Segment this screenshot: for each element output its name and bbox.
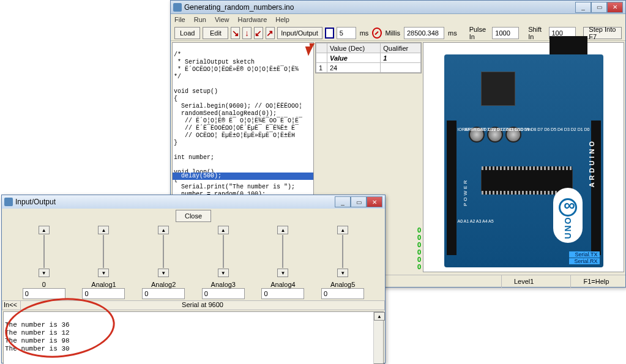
zero-label: 0 [417, 241, 421, 248]
analog-slider[interactable]: ▲ ▼ Analog3 [202, 226, 245, 299]
menu-run[interactable]: Run [194, 16, 206, 23]
slider-up-icon[interactable]: ▲ [98, 226, 109, 234]
serial-in-label: In<< [2, 301, 21, 310]
grid-header-qualifier: Qualifier [381, 43, 421, 53]
analog-slider[interactable]: ▲ ▼ Analog2 [142, 226, 185, 299]
scroll-up-icon[interactable]: ▲ [374, 312, 385, 321]
status-level: Level1 [501, 275, 546, 288]
maximize-button[interactable]: ▭ [591, 2, 607, 13]
analog-slider[interactable]: ▲ ▼ Analog4 [261, 226, 304, 299]
value-grid[interactable]: Value (Dec) Qualifier Value 1 1 24 [315, 42, 422, 73]
arrow-down-left-icon[interactable]: ↘ [231, 27, 240, 39]
slider-up-icon[interactable]: ▲ [218, 226, 229, 234]
zero-label: 0 [417, 256, 421, 263]
menu-view[interactable]: View [215, 16, 229, 23]
zero-label: 0 [417, 234, 421, 241]
slider-label: Analog4 [270, 281, 295, 288]
slider-label: Analog1 [91, 281, 116, 288]
serial-scrollbar[interactable]: ▲ ▼ [373, 312, 383, 364]
serial-output-text: The number is 36 The number is 12 The nu… [5, 321, 70, 352]
step-into-button[interactable]: Step Into F7 [583, 27, 622, 39]
slider-value-input[interactable] [142, 288, 185, 299]
zero-label: 0 [417, 248, 421, 256]
zero-label: 0 [417, 226, 421, 234]
io-app-icon [4, 198, 13, 206]
slider-down-icon[interactable]: ▼ [158, 269, 169, 277]
slider-up-icon[interactable]: ▲ [337, 226, 348, 234]
slider-up-icon[interactable]: ▲ [277, 226, 288, 234]
millis-input[interactable] [404, 27, 444, 39]
arduino-board-graphic: UNO ARDUINO POWER IOREF RESET 3.3V 5V GN… [444, 47, 603, 267]
slider-down-icon[interactable]: ▼ [277, 269, 288, 277]
slider-value-input[interactable] [202, 288, 245, 299]
grid-header-value: Value (Dec) [327, 43, 381, 53]
no-delay-icon[interactable] [372, 28, 381, 39]
slider-track[interactable] [282, 235, 283, 268]
slider-value-input[interactable] [261, 288, 304, 299]
serial-output[interactable]: The number is 36 The number is 12 The nu… [3, 311, 384, 364]
menu-file[interactable]: File [174, 16, 185, 23]
close-button[interactable]: ✕ [607, 2, 623, 13]
serial-header: In<< Serial at 9600 [2, 300, 385, 310]
arrow-up-right-icon[interactable]: ↗ [266, 27, 275, 39]
grid-row[interactable]: Value 1 [316, 53, 421, 63]
arduino-badge: UNO [553, 188, 583, 243]
digital-zeros: 0 0 0 0 0 0 [417, 226, 421, 270]
slider-value-input[interactable] [23, 288, 65, 299]
io-close-button[interactable]: ✕ [367, 196, 382, 207]
load-button[interactable]: Load [174, 27, 200, 39]
menu-bar: File Run View Hardware Help [171, 14, 625, 25]
pin-labels-analog: A0 A1 A2 A3 A4 A5 [458, 218, 494, 224]
io-titlebar[interactable]: Input/Output _ ▭ ✕ [2, 195, 385, 209]
slider-down-icon[interactable]: ▼ [39, 269, 50, 277]
slider-value-input[interactable] [82, 288, 125, 299]
io-window-title: Input/Output [15, 198, 332, 206]
slider-label: Analog5 [330, 281, 355, 288]
serial-rx-label: Serial.RX [569, 258, 600, 264]
arrow-down-icon[interactable]: ↓ [242, 27, 252, 39]
grid-rowidx: 1 [316, 63, 327, 73]
slider-track[interactable] [163, 235, 164, 268]
analog-slider[interactable]: ▲ ▼ 0 [23, 226, 65, 299]
slider-up-icon[interactable]: ▲ [158, 226, 169, 234]
input-output-button[interactable]: Input/Output [277, 27, 322, 39]
millis-label: Millis [384, 29, 401, 37]
ic-square-icon [481, 72, 515, 106]
shiftin-label: Shift In [527, 26, 546, 40]
slider-down-icon[interactable]: ▼ [98, 269, 109, 277]
slider-up-icon[interactable]: ▲ [39, 226, 50, 234]
io-minimize-button[interactable]: _ [335, 196, 351, 207]
grid-corner [316, 43, 327, 53]
arrow-down-right-icon[interactable]: ↙ [254, 27, 263, 39]
serial-caption: Serial at 9600 [21, 301, 384, 310]
slider-label: Analog3 [211, 281, 236, 288]
slider-value-input[interactable] [321, 288, 364, 299]
menu-help[interactable]: Help [275, 16, 289, 23]
menu-hardware[interactable]: Hardware [238, 16, 267, 23]
titlebar[interactable]: Generating_random_numbers.ino _ ▭ ✕ [171, 1, 625, 14]
serial-led-labels: Serial.TX Serial.RX [569, 251, 600, 265]
edit-button[interactable]: Edit [203, 27, 228, 39]
status-help: F1=Help [570, 275, 621, 288]
grid-cell-value: Value [327, 53, 381, 63]
slider-track[interactable] [43, 235, 45, 268]
window-buttons: _ ▭ ✕ [575, 2, 623, 13]
grid-cell-qualifier [381, 63, 421, 73]
grid-row[interactable]: 1 24 [316, 63, 421, 73]
io-close-btn[interactable]: Close [176, 210, 211, 222]
slider-down-icon[interactable]: ▼ [337, 269, 348, 277]
slider-track[interactable] [342, 235, 343, 268]
pulsein-input[interactable] [492, 27, 519, 39]
stop-icon[interactable] [325, 28, 334, 39]
analog-slider[interactable]: ▲ ▼ Analog1 [82, 226, 125, 299]
step-ms-input[interactable] [337, 27, 356, 39]
code-highlighted-line: delay(500); [173, 173, 313, 180]
analog-slider[interactable]: ▲ ▼ Analog5 [321, 226, 364, 299]
slider-track[interactable] [103, 235, 104, 268]
uno-label: UNO [563, 216, 573, 239]
slider-track[interactable] [223, 235, 224, 268]
io-maximize-button[interactable]: ▭ [351, 196, 367, 207]
serial-tx-label: Serial.TX [569, 251, 600, 258]
slider-down-icon[interactable]: ▼ [218, 269, 229, 277]
minimize-button[interactable]: _ [575, 2, 591, 13]
